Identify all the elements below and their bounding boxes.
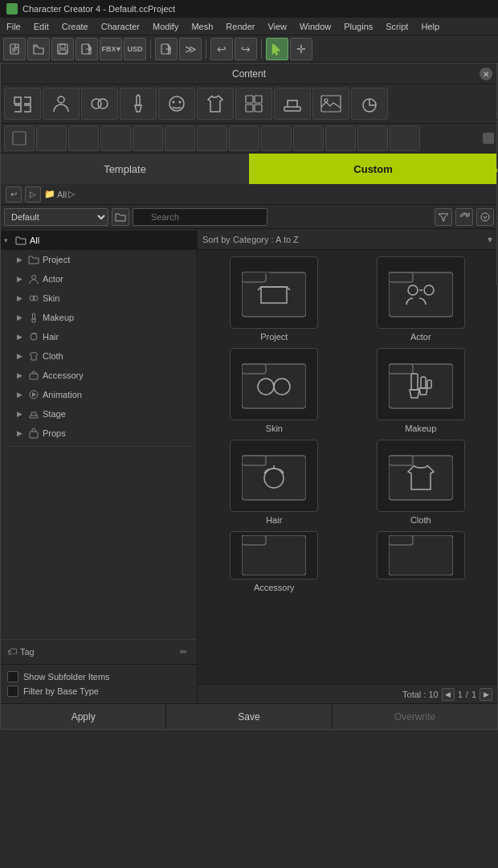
menu-edit[interactable]: Edit <box>27 20 55 33</box>
cat-sm-4[interactable] <box>100 125 131 151</box>
cat-makeup-button[interactable] <box>120 88 157 120</box>
search-input[interactable] <box>133 208 267 226</box>
sort-button[interactable] <box>476 208 494 226</box>
select-button[interactable] <box>266 38 288 60</box>
filter-button[interactable] <box>435 208 452 226</box>
page-prev-button[interactable]: ◀ <box>442 688 455 701</box>
redo-button[interactable]: ↪ <box>235 38 257 60</box>
grid-item-animation[interactable] <box>351 531 492 592</box>
tree-icon-all <box>15 235 27 246</box>
cat-actor-button[interactable] <box>43 88 80 120</box>
grid-folder-project[interactable] <box>230 256 318 329</box>
grid-folder-actor[interactable] <box>377 256 465 329</box>
tree-item-skin[interactable]: ▶ Skin <box>1 289 197 308</box>
cat-all-button[interactable] <box>4 88 41 120</box>
sort-dropdown-arrow[interactable]: ▾ <box>488 234 492 245</box>
menu-window[interactable]: Window <box>293 20 337 33</box>
cat-face-button[interactable] <box>158 88 195 120</box>
tree-item-stage[interactable]: ▶ Stage <box>1 404 197 424</box>
cat-sm-12[interactable] <box>357 125 388 151</box>
menu-help[interactable]: Help <box>414 20 446 33</box>
grid-item-project[interactable]: Project <box>204 256 345 342</box>
tree-item-actor[interactable]: ▶ Actor <box>1 269 197 289</box>
grid-folder-cloth[interactable] <box>377 440 465 512</box>
cat-sm-5[interactable] <box>133 125 163 151</box>
grid-item-hair[interactable]: Hair <box>204 440 345 525</box>
tag-edit-button[interactable]: ✏ <box>176 645 190 659</box>
export-button[interactable] <box>155 38 178 60</box>
menu-script[interactable]: Script <box>379 20 414 33</box>
tree-item-props[interactable]: ▶ Props <box>1 424 197 443</box>
new-button[interactable] <box>3 38 26 60</box>
cat-sm-10[interactable] <box>293 125 324 151</box>
grid-folder-hair[interactable] <box>230 440 318 512</box>
expand-arrow-animation: ▶ <box>17 391 25 399</box>
menu-view[interactable]: View <box>261 20 293 33</box>
cat-skin-button[interactable] <box>81 88 118 120</box>
checkbox-subfolder[interactable]: Show Subfolder Items <box>7 671 190 682</box>
overwrite-button[interactable]: Overwrite <box>333 704 497 729</box>
usd-button[interactable]: USD <box>124 38 146 60</box>
cat-sm-3[interactable] <box>68 125 99 151</box>
checkbox-basetype-box[interactable] <box>7 686 18 697</box>
cat-landscape-button[interactable] <box>312 88 349 120</box>
main-area: ▾ All ▶ Project ▶ Actor ▶ <box>1 229 497 703</box>
apply-button[interactable]: Apply <box>1 704 166 729</box>
forward-arrow[interactable]: ▷ <box>25 186 41 203</box>
cat-sm-11[interactable] <box>325 125 356 151</box>
tree-item-accessory[interactable]: ▶ Accessory <box>1 366 197 385</box>
collapse-icon[interactable] <box>483 133 494 144</box>
save-toolbar-button[interactable] <box>51 38 74 60</box>
checkbox-subfolder-box[interactable] <box>7 671 18 682</box>
folder-icon-btn[interactable] <box>112 208 129 226</box>
menu-modify[interactable]: Modify <box>146 20 185 33</box>
checkbox-basetype[interactable]: Filter by Base Type <box>7 686 190 697</box>
tree-item-project[interactable]: ▶ Project <box>1 250 197 269</box>
tree-item-makeup[interactable]: ▶ Makeup <box>1 308 197 327</box>
tab-custom[interactable]: Custom <box>249 154 497 184</box>
cat-morph-button[interactable] <box>235 88 272 120</box>
import-button[interactable] <box>76 38 98 60</box>
close-button[interactable]: ✕ <box>480 68 492 80</box>
cat-stage-button[interactable] <box>274 88 311 120</box>
save-button[interactable]: Save <box>166 704 332 729</box>
more-button[interactable]: ≫ <box>179 38 202 60</box>
cat-sm-13[interactable] <box>390 125 420 151</box>
tab-template[interactable]: Template <box>1 154 249 184</box>
cat-sm-7[interactable] <box>197 125 227 151</box>
grid-item-cloth[interactable]: Cloth <box>351 440 492 525</box>
cat-sm-9[interactable] <box>261 125 292 151</box>
tree-item-animation[interactable]: ▶ Animation <box>1 385 197 404</box>
grid-item-skin[interactable]: Skin <box>204 348 345 433</box>
tree-item-all[interactable]: ▾ All <box>1 231 197 250</box>
cat-sm-8[interactable] <box>229 125 259 151</box>
page-next-button[interactable]: ▶ <box>480 688 492 701</box>
open-button[interactable] <box>27 38 50 60</box>
grid-item-actor[interactable]: Actor <box>351 256 492 342</box>
grid-item-accessory[interactable]: Accessory <box>204 531 345 592</box>
menu-character[interactable]: Character <box>95 20 146 33</box>
back-button[interactable]: ↩ <box>6 186 22 203</box>
cat-sm-2[interactable] <box>36 125 67 151</box>
sync-button[interactable] <box>455 208 473 226</box>
tree-item-hair[interactable]: ▶ Hair <box>1 327 197 346</box>
fbx-button[interactable]: FBX▾ <box>100 38 122 60</box>
grid-item-makeup[interactable]: Makeup <box>351 348 492 433</box>
menu-render[interactable]: Render <box>219 20 261 33</box>
tree-item-cloth[interactable]: ▶ Cloth <box>1 346 197 366</box>
grid-folder-skin[interactable] <box>230 348 318 420</box>
menu-plugins[interactable]: Plugins <box>337 20 379 33</box>
cat-pie-button[interactable] <box>351 88 388 120</box>
cat-cloth-button[interactable] <box>197 88 234 120</box>
undo-button[interactable]: ↩ <box>210 38 233 60</box>
cat-sm-6[interactable] <box>165 125 195 151</box>
menu-mesh[interactable]: Mesh <box>185 20 219 33</box>
grid-folder-animation[interactable] <box>377 531 465 579</box>
library-dropdown[interactable]: Default All <box>4 208 108 226</box>
grid-folder-makeup[interactable] <box>377 348 465 420</box>
cat-sm-1[interactable] <box>4 125 35 151</box>
transform-button[interactable]: ✛ <box>290 38 312 60</box>
grid-folder-accessory[interactable] <box>230 531 318 579</box>
menu-create[interactable]: Create <box>55 20 95 33</box>
menu-file[interactable]: File <box>0 20 27 33</box>
